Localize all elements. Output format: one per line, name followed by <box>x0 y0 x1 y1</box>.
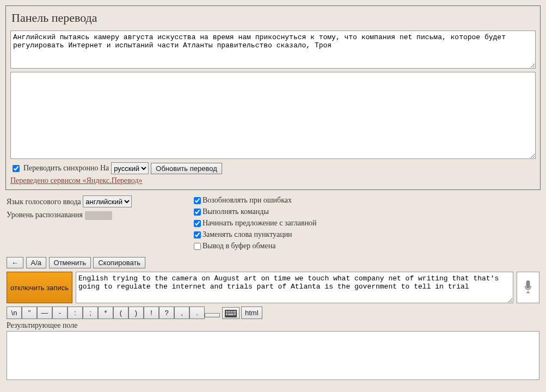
source-textarea[interactable] <box>10 72 536 159</box>
opt-cmds-label: Выполнять команды <box>203 207 269 216</box>
svg-rect-15 <box>234 314 236 315</box>
target-lang-select[interactable]: русский <box>111 162 149 174</box>
opt-capital-checkbox[interactable] <box>194 220 201 227</box>
symbol-button-2[interactable]: — <box>37 307 52 319</box>
mic-button[interactable] <box>517 272 539 303</box>
svg-rect-12 <box>234 313 236 314</box>
svg-rect-11 <box>232 313 234 314</box>
case-button[interactable]: А/а <box>26 257 47 268</box>
opt-punct-checkbox[interactable] <box>194 231 201 238</box>
svg-rect-3 <box>229 311 230 312</box>
recog-level-label: Уровень распознавания <box>7 211 83 219</box>
edit-toolbar: ← А/а Отменить Скопировать <box>7 257 539 268</box>
sync-label: Переводить синхронно На <box>23 164 109 173</box>
record-row: отключить запись <box>7 272 539 303</box>
panel-title: Панель перевода <box>11 11 536 25</box>
microphone-icon <box>523 280 533 295</box>
svg-rect-4 <box>231 311 232 312</box>
html-button[interactable]: html <box>241 307 262 319</box>
opt-punct-label: Заменять слова пунктуации <box>203 230 292 238</box>
svg-rect-7 <box>226 313 227 314</box>
opt-clip-checkbox[interactable] <box>194 243 201 250</box>
yandex-credit-link[interactable]: Переведено сервисом «Яндекс.Перевод» <box>10 176 143 185</box>
symbol-button-5[interactable]: ; <box>83 307 98 319</box>
svg-rect-8 <box>228 313 229 314</box>
voice-lang-label: Язык голосового ввода <box>7 198 81 206</box>
copy-button[interactable]: Скопировать <box>93 257 145 268</box>
result-label: Результирующее поле <box>7 321 539 330</box>
stop-record-button[interactable]: отключить запись <box>7 272 72 303</box>
symbol-button-11[interactable]: , <box>174 307 189 319</box>
svg-rect-5 <box>232 311 234 312</box>
translated-textarea[interactable] <box>10 30 536 69</box>
svg-rect-9 <box>229 313 230 314</box>
symbol-button-12[interactable]: . <box>189 307 205 319</box>
record-textarea[interactable] <box>76 272 513 303</box>
svg-rect-6 <box>234 311 236 312</box>
result-box[interactable] <box>7 331 539 380</box>
settings-section: Язык голосового ввода английский Уровень… <box>7 195 539 253</box>
opt-resume-label: Возобновлять при ошибках <box>203 196 292 204</box>
symbol-button-4[interactable]: : <box>68 307 83 319</box>
svg-rect-1 <box>226 311 227 312</box>
refresh-button[interactable]: Обновить перевод <box>151 163 222 174</box>
undo-button[interactable]: Отменить <box>49 257 91 268</box>
symbol-button-13[interactable] <box>205 313 220 317</box>
symbol-button-7[interactable]: ( <box>113 307 128 319</box>
back-button[interactable]: ← <box>7 257 23 268</box>
svg-rect-13 <box>226 314 228 315</box>
opt-cmds-checkbox[interactable] <box>194 209 201 216</box>
svg-rect-14 <box>228 314 234 315</box>
symbol-button-8[interactable]: ) <box>128 307 144 319</box>
symbol-toolbar: \n"—-:;*()!?,. html <box>7 307 539 319</box>
recog-level-meter <box>85 211 112 220</box>
voice-lang-select[interactable]: английский <box>83 195 132 207</box>
svg-rect-2 <box>228 311 229 312</box>
symbol-button-10[interactable]: ? <box>159 307 174 319</box>
symbol-button-6[interactable]: * <box>98 307 113 319</box>
opt-clip-label: Вывод в буфер обмена <box>203 242 275 250</box>
keyboard-icon <box>225 310 237 317</box>
keyboard-button[interactable] <box>222 307 240 319</box>
svg-rect-10 <box>231 313 232 314</box>
opt-capital-label: Начинать предложение с заглавной <box>203 219 317 227</box>
symbol-button-0[interactable]: \n <box>7 307 22 319</box>
symbol-button-1[interactable]: " <box>22 307 37 319</box>
symbol-button-3[interactable]: - <box>52 307 68 319</box>
translation-panel: Панель перевода Переводить синхронно На … <box>5 5 541 190</box>
opt-resume-checkbox[interactable] <box>194 197 201 204</box>
sync-checkbox[interactable] <box>13 165 20 172</box>
symbol-button-9[interactable]: ! <box>144 307 159 319</box>
